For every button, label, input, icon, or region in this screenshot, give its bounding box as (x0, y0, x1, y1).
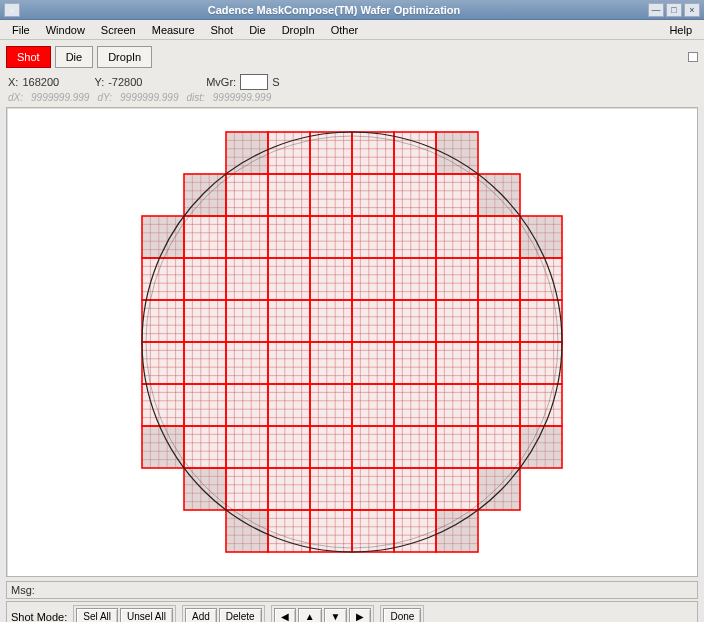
shot-mode-bar: Shot Mode: Sel All Unsel All Add Delete … (6, 601, 698, 622)
dx-label: dX: (8, 92, 23, 103)
svg-rect-702 (352, 468, 394, 510)
menu-measure[interactable]: Measure (144, 22, 203, 38)
svg-rect-90 (352, 174, 394, 216)
system-menu-icon[interactable]: ◦ (4, 3, 20, 17)
dy-value: 9999999.999 (120, 92, 178, 103)
svg-rect-81 (310, 174, 352, 216)
svg-rect-585 (184, 426, 226, 468)
svg-rect-297 (520, 258, 562, 300)
svg-rect-144 (226, 216, 268, 258)
menu-other[interactable]: Other (323, 22, 367, 38)
minimize-button[interactable]: — (648, 3, 664, 17)
svg-rect-27 (352, 132, 394, 174)
svg-rect-387 (520, 300, 562, 342)
svg-rect-747 (268, 510, 310, 552)
svg-rect-189 (436, 216, 478, 258)
edit-group: Add Delete (182, 605, 265, 622)
menu-help[interactable]: Help (661, 22, 700, 38)
svg-rect-225 (184, 258, 226, 300)
svg-rect-261 (352, 258, 394, 300)
svg-rect-795 (478, 174, 520, 216)
svg-rect-549 (436, 384, 478, 426)
nav-down-button[interactable]: ▼ (324, 608, 348, 622)
svg-rect-63 (226, 174, 268, 216)
svg-rect-639 (436, 426, 478, 468)
menu-file[interactable]: File (4, 22, 38, 38)
done-group: Done (380, 605, 424, 622)
svg-rect-720 (436, 468, 478, 510)
svg-rect-765 (352, 510, 394, 552)
dy-label: dY: (97, 92, 112, 103)
svg-rect-774 (394, 510, 436, 552)
svg-rect-504 (226, 384, 268, 426)
delta-row: dX: 9999999.999 dY: 9999999.999 dist: 99… (6, 92, 698, 107)
svg-rect-288 (478, 258, 520, 300)
msg-label: Msg: (11, 584, 35, 596)
dx-value: 9999999.999 (31, 92, 89, 103)
x-label: X: (8, 76, 18, 88)
svg-rect-477 (520, 342, 562, 384)
svg-rect-99 (394, 174, 436, 216)
tab-dropin[interactable]: DropIn (97, 46, 152, 68)
nav-group: ◀ ▲ ▼ ▶ (271, 605, 375, 622)
svg-rect-396 (142, 342, 184, 384)
tab-shot[interactable]: Shot (6, 46, 51, 68)
dist-label: dist: (186, 92, 204, 103)
svg-rect-612 (310, 426, 352, 468)
x-value: 168200 (22, 76, 72, 88)
svg-rect-270 (394, 258, 436, 300)
maximize-button[interactable]: □ (666, 3, 682, 17)
shot-mode-label: Shot Mode: (11, 611, 67, 623)
svg-rect-630 (394, 426, 436, 468)
svg-rect-513 (268, 384, 310, 426)
nav-right-button[interactable]: ▶ (349, 608, 371, 622)
svg-rect-369 (436, 300, 478, 342)
svg-rect-324 (226, 300, 268, 342)
unsel-all-button[interactable]: Unsel All (120, 608, 173, 622)
svg-rect-495 (184, 384, 226, 426)
sel-all-button[interactable]: Sel All (76, 608, 118, 622)
svg-rect-684 (268, 468, 310, 510)
corner-toggle[interactable] (688, 52, 698, 62)
menu-screen[interactable]: Screen (93, 22, 144, 38)
add-button[interactable]: Add (185, 608, 217, 622)
svg-rect-135 (184, 216, 226, 258)
svg-rect-540 (394, 384, 436, 426)
menu-die[interactable]: Die (241, 22, 274, 38)
svg-rect-800 (184, 468, 226, 510)
close-button[interactable]: × (684, 3, 700, 17)
svg-rect-180 (394, 216, 436, 258)
svg-rect-162 (310, 216, 352, 258)
menu-window[interactable]: Window (38, 22, 93, 38)
wafer-svg (102, 112, 602, 572)
svg-rect-153 (268, 216, 310, 258)
svg-rect-675 (226, 468, 268, 510)
svg-rect-567 (520, 384, 562, 426)
svg-rect-423 (268, 342, 310, 384)
mvgr-input[interactable] (240, 74, 268, 90)
svg-rect-794 (184, 174, 226, 216)
svg-rect-531 (352, 384, 394, 426)
svg-rect-378 (478, 300, 520, 342)
svg-rect-198 (478, 216, 520, 258)
toolbar: Shot Die DropIn X: 168200 Y: -72800 MvGr… (0, 40, 704, 107)
done-button[interactable]: Done (383, 608, 421, 622)
wafer-canvas[interactable] (6, 107, 698, 577)
svg-rect-558 (478, 384, 520, 426)
menu-shot[interactable]: Shot (203, 22, 242, 38)
svg-rect-405 (184, 342, 226, 384)
svg-rect-315 (184, 300, 226, 342)
svg-rect-333 (268, 300, 310, 342)
coord-row: X: 168200 Y: -72800 MvGr: S (6, 68, 698, 92)
nav-left-button[interactable]: ◀ (274, 608, 296, 622)
svg-rect-486 (142, 384, 184, 426)
svg-rect-216 (142, 258, 184, 300)
tab-die[interactable]: Die (55, 46, 94, 68)
menu-bar: File Window Screen Measure Shot Die Drop… (0, 20, 704, 40)
delete-button[interactable]: Delete (219, 608, 262, 622)
svg-rect-594 (226, 426, 268, 468)
nav-up-button[interactable]: ▲ (298, 608, 322, 622)
window-controls: — □ × (648, 3, 700, 17)
svg-rect-351 (352, 300, 394, 342)
menu-dropin[interactable]: DropIn (274, 22, 323, 38)
